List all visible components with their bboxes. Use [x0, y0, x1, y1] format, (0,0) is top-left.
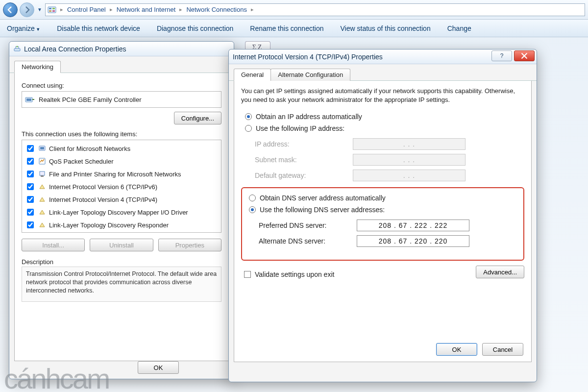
properties-button[interactable]: Properties — [158, 239, 221, 251]
radio-label: Use the following IP address: — [256, 124, 344, 132]
svg-rect-12 — [40, 172, 45, 175]
lac-properties-window: Local Area Connection Properties Network… — [9, 41, 234, 379]
item-checkbox[interactable] — [27, 158, 34, 165]
svg-rect-3 — [49, 10, 51, 12]
tab-networking[interactable]: Networking — [14, 61, 61, 73]
connection-items-list[interactable]: Client for Microsoft Networks QoS Packet… — [22, 140, 221, 233]
preferred-dns-field[interactable]: 208 . 67 . 222 . 222 — [357, 220, 469, 231]
radio-label: Use the following DNS server addresses: — [260, 206, 385, 214]
item-checkbox[interactable] — [27, 183, 34, 190]
protocol-icon — [38, 183, 46, 191]
rename-cmd[interactable]: Rename this connection — [250, 24, 323, 32]
subnet-label: Subnet mask: — [255, 156, 353, 164]
help-button[interactable]: ? — [491, 50, 512, 61]
radio-ip-manual[interactable]: Use the following IP address: — [241, 122, 524, 134]
item-checkbox[interactable] — [27, 196, 34, 203]
list-item[interactable]: Internet Protocol Version 4 (TCP/IPv4) — [24, 193, 219, 206]
svg-rect-1 — [49, 8, 51, 9]
preferred-dns-label: Preferred DNS server: — [259, 221, 357, 229]
adapter-field[interactable]: Realtek PCIe GBE Family Controller — [22, 91, 221, 108]
svg-rect-5 — [14, 49, 20, 51]
lac-tab-body: Connect using: Realtek PCIe GBE Family C… — [14, 73, 229, 361]
item-label: Link-Layer Topology Discovery Mapper I/O… — [49, 209, 188, 216]
alternate-dns-field[interactable]: 208 . 67 . 220 . 220 — [357, 235, 469, 247]
protocol-icon — [38, 196, 46, 203]
radio-icon — [249, 206, 256, 213]
lac-ok-button[interactable]: OK — [138, 361, 179, 374]
validate-label: Validate settings upon exit — [255, 270, 334, 278]
radio-label: Obtain an IP address automatically — [256, 113, 362, 121]
adapter-name: Realtek PCIe GBE Family Controller — [39, 96, 142, 103]
ipv4-title: Internet Protocol Version 4 (TCP/IPv4) P… — [233, 53, 383, 61]
list-item[interactable]: Client for Microsoft Networks — [24, 142, 219, 155]
item-checkbox[interactable] — [27, 171, 34, 177]
organize-menu[interactable]: Organize — [7, 24, 40, 32]
item-label: QoS Packet Scheduler — [49, 158, 114, 165]
lltd-icon — [38, 221, 46, 229]
item-checkbox[interactable] — [27, 145, 34, 152]
radio-dns-auto[interactable]: Obtain DNS server address automatically — [245, 192, 520, 204]
change-cmd[interactable]: Change — [447, 24, 471, 32]
list-item[interactable]: Link-Layer Topology Discovery Responder — [24, 219, 219, 231]
radio-ip-auto[interactable]: Obtain an IP address automatically — [241, 111, 524, 122]
item-label: Internet Protocol Version 6 (TCP/IPv6) — [49, 183, 157, 191]
gateway-label: Default gateway: — [255, 172, 353, 179]
items-label: This connection uses the following items… — [22, 130, 221, 138]
ipv4-properties-window: Internet Protocol Version 4 (TCP/IPv4) P… — [228, 49, 537, 382]
svg-rect-10 — [40, 147, 44, 149]
list-item[interactable]: QoS Packet Scheduler — [24, 155, 219, 168]
nav-history-dropdown[interactable]: ▼ — [36, 7, 43, 12]
breadcrumb-item[interactable]: Network Connections — [186, 6, 247, 13]
description-label: Description — [22, 258, 221, 266]
ip-address-label: IP address: — [255, 140, 353, 148]
install-button[interactable]: Install... — [22, 239, 85, 251]
description-text: Transmission Control Protocol/Internet P… — [22, 267, 221, 302]
tab-alternate-config[interactable]: Alternate Configuration — [270, 69, 350, 81]
breadcrumb-sep: ▸ — [176, 6, 185, 13]
ipv4-ok-button[interactable]: OK — [436, 343, 477, 356]
advanced-button[interactable]: Advanced... — [476, 266, 524, 278]
lac-tabrow: Networking — [9, 56, 234, 73]
breadcrumb-item[interactable]: Control Panel — [67, 6, 106, 13]
list-item[interactable]: Internet Protocol Version 6 (TCP/IPv6) — [24, 180, 219, 193]
radio-dns-manual[interactable]: Use the following DNS server addresses: — [245, 204, 520, 216]
item-label: File and Printer Sharing for Microsoft N… — [49, 171, 181, 178]
uninstall-button[interactable]: Uninstall — [90, 239, 153, 251]
subnet-field: . . . — [353, 154, 466, 166]
item-checkbox[interactable] — [27, 209, 34, 216]
dns-highlight-box: Obtain DNS server address automatically … — [241, 187, 524, 261]
ipv4-intro-text: You can get IP settings assigned automat… — [241, 87, 524, 104]
checkbox-icon[interactable] — [244, 271, 251, 278]
svg-rect-2 — [52, 8, 55, 9]
breadcrumb-item[interactable]: Network and Internet — [117, 6, 176, 13]
close-button[interactable] — [514, 50, 535, 61]
view-status-cmd[interactable]: View status of this connection — [341, 24, 431, 32]
nav-back-button[interactable] — [3, 2, 18, 17]
control-panel-icon — [48, 5, 56, 14]
ipv4-tabrow: General Alternate Configuration — [229, 64, 537, 81]
diagnose-cmd[interactable]: Diagnose this connection — [157, 24, 233, 32]
list-item[interactable]: File and Printer Sharing for Microsoft N… — [24, 168, 219, 180]
fileshare-icon — [38, 170, 46, 178]
breadcrumb-sep: ▸ — [57, 6, 66, 13]
svg-rect-4 — [52, 10, 55, 12]
breadcrumb-bar[interactable]: ▸ Control Panel ▸ Network and Internet ▸… — [45, 3, 585, 16]
configure-button[interactable]: Configure... — [174, 112, 221, 124]
item-label: Client for Microsoft Networks — [49, 145, 130, 152]
explorer-navbar: ▼ ▸ Control Panel ▸ Network and Internet… — [0, 0, 588, 20]
item-checkbox[interactable] — [27, 221, 34, 228]
breadcrumb-sep: ▸ — [107, 6, 116, 13]
adapter-icon — [25, 96, 35, 103]
svg-rect-0 — [48, 7, 56, 13]
list-item[interactable]: Link-Layer Topology Discovery Mapper I/O… — [24, 206, 219, 219]
ipv4-cancel-button[interactable]: Cancel — [482, 343, 523, 356]
radio-label: Obtain DNS server address automatically — [260, 194, 386, 202]
lltd-icon — [38, 208, 46, 216]
item-label: Internet Protocol Version 4 (TCP/IPv4) — [49, 196, 157, 203]
tab-general[interactable]: General — [234, 69, 271, 81]
nav-forward-button[interactable] — [20, 2, 34, 17]
ipv4-tab-body: You can get IP settings assigned automat… — [234, 81, 532, 362]
ipv4-titlebar[interactable]: Internet Protocol Version 4 (TCP/IPv4) P… — [229, 49, 537, 64]
lac-titlebar[interactable]: Local Area Connection Properties — [9, 42, 234, 56]
disable-device-cmd[interactable]: Disable this network device — [57, 24, 140, 32]
